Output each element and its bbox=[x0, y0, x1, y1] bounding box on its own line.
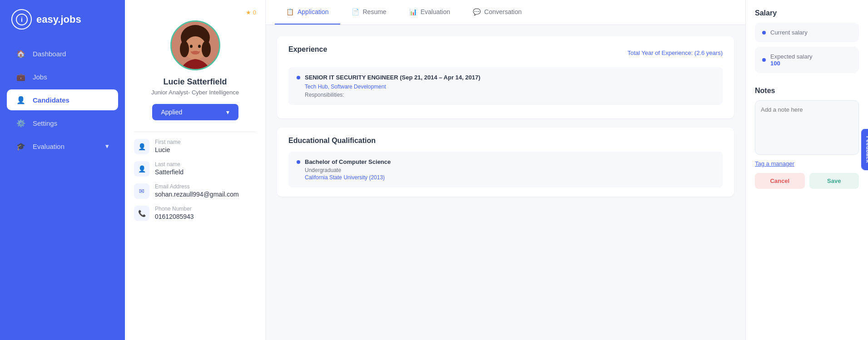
phone-value: 01612085943 bbox=[155, 213, 194, 220]
application-icon: 📋 bbox=[286, 8, 294, 15]
right-panel: Salary Current salary Expected salary 10… bbox=[745, 0, 868, 340]
svg-point-9 bbox=[202, 41, 211, 57]
info-list: 👤 First name Lucie 👤 Last name Satterfie… bbox=[134, 139, 256, 221]
phone-icon: 📞 bbox=[134, 206, 149, 221]
logo-icon: i bbox=[11, 9, 32, 30]
status-label: Applied bbox=[161, 108, 183, 116]
notes-input[interactable] bbox=[755, 100, 859, 155]
star-count: 0 bbox=[253, 9, 256, 16]
app-name: easy.jobs bbox=[36, 14, 81, 25]
notes-section: Notes Tag a manager Cancel Save bbox=[755, 87, 859, 189]
experience-section: Experience Total Year of Experience: (2.… bbox=[277, 36, 734, 118]
feedback-tab[interactable]: Feedback bbox=[861, 128, 868, 170]
sidebar-item-label: Evaluation bbox=[33, 143, 64, 150]
education-title: Educational Qualification bbox=[288, 137, 723, 145]
resume-icon: 📄 bbox=[352, 8, 359, 15]
edu-degree: Bachelor of Computer Science bbox=[305, 158, 391, 165]
person-icon: 👤 bbox=[134, 139, 149, 154]
sidebar-item-dashboard[interactable]: 🏠 Dashboard bbox=[7, 43, 118, 64]
tab-application[interactable]: 📋 Application bbox=[275, 0, 340, 25]
email-icon: ✉ bbox=[134, 183, 149, 199]
app-logo: i easy.jobs bbox=[0, 9, 125, 43]
chevron-down-icon: ▾ bbox=[105, 142, 109, 150]
content-body: Experience Total Year of Experience: (2.… bbox=[266, 25, 745, 340]
home-icon: 🏠 bbox=[16, 49, 26, 59]
sidebar-item-jobs[interactable]: 💼 Jobs bbox=[7, 66, 118, 87]
person-icon-2: 👤 bbox=[134, 161, 149, 177]
sidebar-item-candidates[interactable]: 👤 Candidates bbox=[7, 89, 118, 110]
education-section: Educational Qualification Bachelor of Co… bbox=[277, 128, 734, 197]
exp-dot bbox=[297, 76, 300, 79]
expected-salary-value: 100 bbox=[770, 60, 813, 67]
candidates-icon: 👤 bbox=[16, 95, 26, 105]
candidate-name: Lucie Satterfield bbox=[163, 77, 227, 87]
avatar-image bbox=[172, 22, 219, 69]
evaluation-icon: 🎓 bbox=[16, 141, 26, 151]
cancel-button[interactable]: Cancel bbox=[755, 173, 805, 189]
expected-salary-label: Expected salary bbox=[770, 53, 813, 60]
save-button[interactable]: Save bbox=[809, 173, 859, 189]
exp-title: SENIOR IT SECURITY ENGINEER (Sep 21, 201… bbox=[305, 74, 481, 81]
jobs-icon: 💼 bbox=[16, 72, 26, 82]
settings-icon: ⚙️ bbox=[16, 118, 26, 128]
total-experience-value: (2.6 years) bbox=[694, 49, 723, 56]
edu-dot bbox=[297, 160, 300, 164]
last-name-value: Satterfield bbox=[155, 168, 184, 176]
star-icon: ★ bbox=[246, 9, 251, 16]
expected-salary-card: Expected salary 100 bbox=[755, 47, 859, 73]
exp-responsibilities: Responsibilities: bbox=[305, 92, 714, 98]
email-label: Email Address bbox=[155, 183, 239, 190]
salary-title: Salary bbox=[755, 9, 859, 17]
last-name-field: 👤 Last name Satterfield bbox=[134, 161, 256, 177]
notes-actions: Cancel Save bbox=[755, 173, 859, 189]
email-field: ✉ Email Address sohan.rezaull994@gmail.c… bbox=[134, 183, 256, 199]
conv-icon: 💬 bbox=[473, 8, 481, 15]
notes-title: Notes bbox=[755, 87, 859, 95]
phone-label: Phone Number bbox=[155, 206, 194, 212]
sidebar-item-evaluation[interactable]: 🎓 Evaluation ▾ bbox=[7, 136, 118, 157]
first-name-field: 👤 First name Lucie bbox=[134, 139, 256, 154]
tab-evaluation[interactable]: 📊 Evaluation bbox=[398, 0, 461, 25]
svg-point-8 bbox=[180, 41, 189, 57]
tab-label: Conversation bbox=[484, 8, 522, 15]
main-area: ★ 0 bbox=[125, 0, 868, 340]
current-salary-card: Current salary bbox=[755, 23, 859, 42]
tabs: 📋 Application 📄 Resume 📊 Evaluation 💬 Co… bbox=[266, 0, 745, 25]
sidebar-item-label: Jobs bbox=[33, 73, 47, 81]
tab-label: Resume bbox=[363, 8, 387, 15]
edu-type: Undergraduate bbox=[305, 167, 714, 173]
tab-label: Application bbox=[298, 8, 329, 15]
sidebar-item-settings[interactable]: ⚙️ Settings bbox=[7, 113, 118, 133]
status-button[interactable]: Applied ▾ bbox=[152, 104, 238, 120]
phone-field: 📞 Phone Number 01612085943 bbox=[134, 206, 256, 221]
eval-icon: 📊 bbox=[409, 8, 417, 15]
total-experience: Total Year of Experience: (2.6 years) bbox=[627, 49, 723, 56]
first-name-value: Lucie bbox=[155, 146, 181, 153]
svg-text:i: i bbox=[21, 16, 23, 23]
tab-conversation[interactable]: 💬 Conversation bbox=[461, 0, 533, 25]
salary-dot bbox=[762, 31, 766, 34]
tab-resume[interactable]: 📄 Resume bbox=[340, 0, 398, 25]
content-panel: 📋 Application 📄 Resume 📊 Evaluation 💬 Co… bbox=[266, 0, 745, 340]
current-salary-label: Current salary bbox=[770, 29, 808, 36]
exp-company: Tech Hub, Software Development bbox=[305, 84, 714, 90]
svg-point-7 bbox=[191, 51, 199, 54]
last-name-label: Last name bbox=[155, 161, 184, 168]
tag-manager-link[interactable]: Tag a manager bbox=[755, 160, 794, 167]
star-rating: ★ 0 bbox=[246, 9, 256, 16]
email-value: sohan.rezaull994@gmail.com bbox=[155, 191, 239, 198]
salary-section: Salary Current salary Expected salary 10… bbox=[755, 9, 859, 78]
experience-title: Experience bbox=[288, 45, 327, 54]
svg-point-6 bbox=[198, 45, 201, 48]
first-name-label: First name bbox=[155, 139, 181, 145]
candidate-panel: ★ 0 bbox=[125, 0, 266, 340]
experience-item: SENIOR IT SECURITY ENGINEER (Sep 21, 201… bbox=[288, 67, 723, 105]
sidebar-item-label: Candidates bbox=[33, 96, 69, 104]
sidebar: i easy.jobs 🏠 Dashboard 💼 Jobs 👤 Candida… bbox=[0, 0, 125, 340]
salary-dot-2 bbox=[762, 58, 766, 62]
sidebar-item-label: Dashboard bbox=[33, 50, 66, 58]
tab-label: Evaluation bbox=[421, 8, 450, 15]
education-item: Bachelor of Computer Science Undergradua… bbox=[288, 152, 723, 187]
svg-point-5 bbox=[190, 45, 193, 48]
candidate-role: Junior Analyst- Cyber Intelligence bbox=[151, 89, 239, 96]
